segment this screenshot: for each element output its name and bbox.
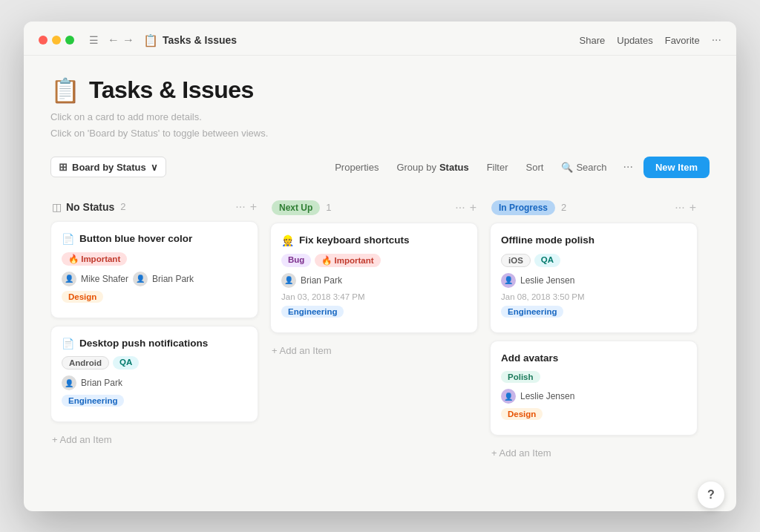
add-item-next-up[interactable]: + Add an Item <box>270 341 478 361</box>
col-add-icon[interactable]: + <box>689 201 696 214</box>
card-tags: iOS QA <box>501 254 687 267</box>
new-item-button[interactable]: New Item <box>643 157 710 178</box>
col-badge-in-progress: In Progress <box>491 200 555 215</box>
add-item-in-progress[interactable]: + Add an Item <box>490 443 698 463</box>
favorite-button[interactable]: Favorite <box>665 35 700 46</box>
forward-arrow-icon[interactable]: → <box>122 33 134 47</box>
add-item-label: + Add an Item <box>491 447 551 459</box>
card-bottom-tags: Design <box>62 291 247 303</box>
card-date: Jan 03, 2018 3:47 PM <box>281 292 467 301</box>
col-actions-next-up: ··· + <box>455 201 476 214</box>
card-avatars: 👤 Brian Park <box>62 375 247 390</box>
card-emoji-icon: 👷 <box>281 234 294 246</box>
card-bottom-tags: Design <box>501 408 687 420</box>
card-tags: Polish <box>501 371 687 383</box>
card-title-row: Offline mode polish <box>501 234 687 248</box>
card-desktop-push[interactable]: 📄 Desktop push notifications Android QA … <box>50 326 258 423</box>
tag-polish: Polish <box>501 371 540 383</box>
col-count-in-progress: 2 <box>561 202 566 213</box>
page-title: Tasks & Issues <box>89 76 254 104</box>
card-tags: Bug 🔥 Important <box>281 254 467 267</box>
search-icon: 🔍 <box>561 162 573 173</box>
column-in-progress: In Progress 2 ··· + Offline mode polish … <box>490 200 698 464</box>
share-button[interactable]: Share <box>580 35 606 46</box>
card-title: Button blue hover color <box>79 232 192 246</box>
col-add-icon[interactable]: + <box>470 201 476 214</box>
card-avatars: 👤 Leslie Jensen <box>501 389 687 404</box>
tag-important: 🔥 Important <box>315 254 380 267</box>
avatar-mike: 👤 <box>62 272 76 286</box>
page-title-bar: 📋 Tasks & Issues <box>143 33 237 47</box>
col-more-icon[interactable]: ··· <box>675 201 684 214</box>
tag-engineering: Engineering <box>281 306 344 318</box>
minimize-button[interactable] <box>52 36 61 45</box>
titlebar-left: ☰ ← → 📋 Tasks & Issues <box>39 33 237 47</box>
toolbar-more-icon[interactable]: ··· <box>619 157 638 177</box>
page-icon: 📋 <box>143 33 158 47</box>
column-no-status: ◫ No Status 2 ··· + 📄 Button blue hover … <box>50 200 258 464</box>
properties-button[interactable]: Properties <box>329 158 384 177</box>
titlebar: ☰ ← → 📋 Tasks & Issues Share Updates Fav… <box>24 22 736 56</box>
group-by-value: Status <box>439 162 469 173</box>
help-button[interactable]: ? <box>698 482 724 508</box>
board-view-chevron-icon: ∨ <box>151 162 158 173</box>
avatar-leslie: 👤 <box>501 389 516 404</box>
avatar-brian: 👤 <box>281 273 296 288</box>
sort-label: Sort <box>526 162 544 173</box>
card-title-row: Add avatars <box>501 352 687 366</box>
subtitle-line1: Click on a card to add more details. <box>50 109 710 125</box>
board-view-label: Board by Status <box>72 162 146 173</box>
board-view-icon: ⊞ <box>59 161 68 173</box>
tag-ios: iOS <box>501 254 531 267</box>
menu-icon[interactable]: ☰ <box>89 34 99 46</box>
tag-qa: QA <box>113 356 139 370</box>
toolbar: ⊞ Board by Status ∨ Properties Group by … <box>50 157 710 187</box>
add-item-label: + Add an Item <box>272 345 332 356</box>
back-arrow-icon[interactable]: ← <box>108 33 119 47</box>
col-more-icon[interactable]: ··· <box>455 201 465 214</box>
column-header-next-up: Next Up 1 ··· + <box>270 200 478 215</box>
card-date: Jan 08, 2018 3:50 PM <box>501 292 687 301</box>
col-add-icon[interactable]: + <box>250 200 257 214</box>
traffic-lights <box>39 36 74 45</box>
card-title-row: 📄 Desktop push notifications <box>62 337 247 351</box>
col-count-next-up: 1 <box>326 202 331 213</box>
column-next-up: Next Up 1 ··· + 👷 Fix keyboard shortcuts… <box>270 200 478 464</box>
more-options-icon[interactable]: ··· <box>712 33 721 47</box>
avatar-name-leslie: Leslie Jensen <box>520 391 574 401</box>
sort-button[interactable]: Sort <box>520 158 550 177</box>
col-badge-next-up: Next Up <box>272 200 320 215</box>
card-avatars: 👤 Leslie Jensen <box>501 273 687 288</box>
card-bottom-tags: Engineering <box>62 395 247 407</box>
card-avatars: 👤 Brian Park <box>281 273 467 288</box>
card-add-avatars[interactable]: Add avatars Polish 👤 Leslie Jensen Desig… <box>490 341 698 436</box>
card-title-row: 👷 Fix keyboard shortcuts <box>281 234 467 248</box>
tag-design: Design <box>501 408 543 420</box>
filter-label: Filter <box>487 162 508 173</box>
filter-button[interactable]: Filter <box>481 158 514 177</box>
card-doc-icon: 📄 <box>62 338 74 349</box>
card-fix-keyboard[interactable]: 👷 Fix keyboard shortcuts Bug 🔥 Important… <box>270 223 478 333</box>
window-title: Tasks & Issues <box>163 34 237 46</box>
tag-qa: QA <box>534 254 560 267</box>
card-tags: 🔥 Important <box>62 252 247 266</box>
card-button-hover[interactable]: 📄 Button blue hover color 🔥 Important 👤 … <box>50 221 258 318</box>
maximize-button[interactable] <box>65 36 74 45</box>
tag-important: 🔥 Important <box>62 252 127 266</box>
avatar-brian: 👤 <box>62 375 76 390</box>
help-label: ? <box>707 488 715 502</box>
updates-button[interactable]: Updates <box>617 35 652 46</box>
nav-arrows: ← → <box>108 33 134 47</box>
close-button[interactable] <box>39 36 48 45</box>
card-title: Offline mode polish <box>501 234 594 248</box>
col-count-no-status: 2 <box>120 201 125 212</box>
col-more-icon[interactable]: ··· <box>235 200 245 214</box>
card-offline-mode[interactable]: Offline mode polish iOS QA 👤 Leslie Jens… <box>490 223 698 333</box>
board-view-button[interactable]: ⊞ Board by Status ∨ <box>50 157 166 177</box>
add-item-no-status[interactable]: + Add an Item <box>50 430 258 450</box>
search-button[interactable]: 🔍 Search <box>555 158 612 177</box>
app-window: ☰ ← → 📋 Tasks & Issues Share Updates Fav… <box>24 22 736 511</box>
group-by-button[interactable]: Group by Status <box>390 158 474 177</box>
tag-engineering: Engineering <box>501 306 563 318</box>
card-title-row: 📄 Button blue hover color <box>62 232 247 246</box>
